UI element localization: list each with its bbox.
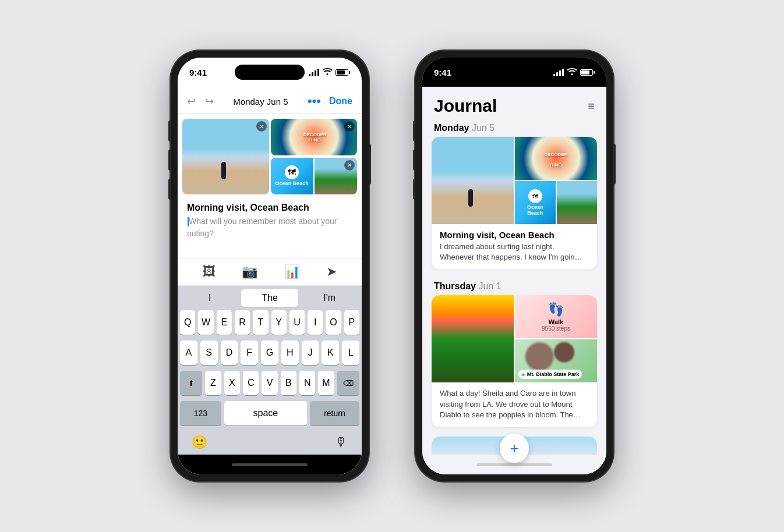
journal-menu-icon[interactable]: ≡ (588, 100, 595, 113)
phone-right-screen: 9:41 (422, 58, 606, 474)
key-m[interactable]: M (318, 371, 334, 395)
key-s[interactable]: S (200, 341, 218, 365)
phone-left: 9:41 (171, 51, 369, 481)
key-n[interactable]: N (299, 371, 315, 395)
key-e[interactable]: E (217, 310, 232, 335)
status-icons-right (553, 68, 595, 77)
time-left: 9:41 (189, 68, 207, 77)
journal-app-title: Journal (434, 96, 497, 116)
predictive-word-2[interactable]: The (241, 289, 299, 307)
redo-icon[interactable]: ↪ (205, 95, 214, 108)
editor-toolbar: ↩ ↪ Monday Jun 5 ••• Done (178, 87, 362, 114)
map-label: ● Mt. Diablo State Park (518, 370, 582, 379)
location-tile-list: 🗺 OceanBeach (515, 181, 556, 224)
dog-photo-list (557, 181, 598, 224)
entry-placeholder: What will you remember most about your o… (187, 215, 352, 240)
location-dog-tile: 🗺 OceanBeach (515, 181, 597, 224)
signal-bar-3 (315, 70, 316, 76)
signal-bar-r2 (556, 72, 558, 76)
key-numbers[interactable]: 123 (180, 401, 221, 425)
key-c[interactable]: C (243, 371, 259, 395)
key-space[interactable]: space (224, 401, 307, 425)
wifi-icon-left (323, 68, 332, 77)
key-v[interactable]: V (262, 371, 277, 395)
key-z[interactable]: Z (205, 371, 221, 395)
key-o[interactable]: O (326, 310, 341, 335)
predictive-word-3[interactable]: I'm (301, 289, 358, 307)
more-button[interactable]: ••• (308, 94, 321, 109)
remove-tile-photo[interactable]: ✕ (344, 160, 355, 171)
key-delete[interactable]: ⌫ (337, 371, 359, 395)
dictation-icon[interactable]: 🎙 (335, 435, 348, 450)
entry-text-jun5: Morning visit, Ocean Beach I dreamed abo… (432, 224, 597, 269)
key-row-3: ⬆ Z X C V B N M ⌫ (180, 371, 359, 395)
journal-list: Journal ≡ Monday Jun 5 (422, 87, 606, 474)
entry-card-jun5[interactable]: DECODERRING 🗺 OceanBeach (432, 137, 597, 269)
key-return[interactable]: return (310, 401, 359, 425)
camera-icon[interactable]: 📷 (242, 264, 257, 279)
key-w[interactable]: W (198, 310, 213, 335)
key-l[interactable]: L (342, 341, 359, 365)
key-y[interactable]: Y (271, 310, 287, 335)
add-entry-button[interactable]: + (500, 434, 529, 463)
dynamic-island (479, 63, 549, 82)
entry-title-jun5: Morning visit, Ocean Beach (440, 230, 589, 240)
entry-body-jun1: What a day! Sheila and Caro are in town … (440, 388, 589, 420)
signal-bar-r4 (562, 69, 564, 76)
media-attachments: ✕ DECODERRING ✕ 🗺 Ocean B (178, 114, 362, 197)
key-p[interactable]: P (344, 310, 359, 335)
signal-bar-1 (309, 74, 310, 76)
photo-library-icon[interactable]: 🖼 (203, 264, 216, 279)
key-i[interactable]: I (308, 310, 323, 335)
beach-photo: ✕ (182, 119, 269, 194)
key-u[interactable]: U (289, 310, 305, 335)
done-button[interactable]: Done (329, 96, 352, 107)
section-date-monday: Monday Jun 5 (422, 120, 606, 137)
key-g[interactable]: G (261, 341, 278, 365)
audio-icon[interactable]: 📊 (284, 264, 300, 279)
right-media-col: DECODERRING 🗺 OceanBeach (515, 137, 597, 224)
location-name: Ocean Beach (276, 180, 309, 186)
location-name-list: OceanBeach (527, 204, 543, 216)
signal-bars-left (309, 68, 319, 76)
key-a[interactable]: A (180, 341, 197, 365)
date-jun5: Jun 5 (472, 123, 495, 133)
map-tile: ● Mt. Diablo State Park (515, 339, 597, 382)
key-d[interactable]: D (221, 341, 238, 365)
battery-icon-left (336, 69, 350, 76)
key-k[interactable]: K (322, 341, 339, 365)
key-x[interactable]: X (224, 371, 240, 395)
home-bar-left (232, 463, 308, 466)
key-shift[interactable]: ⬆ (180, 371, 202, 395)
remove-beach-photo[interactable]: ✕ (256, 121, 267, 132)
date-jun1: Jun 1 (478, 281, 501, 291)
key-q[interactable]: Q (180, 310, 195, 335)
toolbar-left: ↩ ↪ (187, 95, 214, 108)
predictive-word-1[interactable]: I (181, 289, 239, 307)
editor-content[interactable]: Morning visit, Ocean Beach What will you… (178, 197, 362, 258)
send-icon[interactable]: ➤ (326, 264, 337, 279)
key-r[interactable]: R (235, 310, 250, 335)
walk-label: Walk (549, 318, 563, 325)
journal-editor: ↩ ↪ Monday Jun 5 ••• Done ✕ (178, 87, 362, 474)
section-date-thursday: Thursday Jun 1 (422, 279, 606, 295)
key-b[interactable]: B (281, 371, 296, 395)
undo-icon[interactable]: ↩ (187, 95, 196, 108)
right-media-col-jun1: 👣 Walk 9560 steps ● Mt. Diablo State Par… (515, 295, 597, 382)
keyboard-bottom-bar: 🙂 🎙 (180, 431, 359, 452)
shell-photo: 🗺 Ocean Beach ✕ (271, 158, 358, 194)
entry-card-jun1[interactable]: 👣 Walk 9560 steps ● Mt. Diablo State Par… (432, 295, 597, 427)
key-t[interactable]: T (253, 310, 268, 335)
remove-decoder-photo[interactable]: ✕ (344, 121, 355, 132)
key-j[interactable]: J (302, 341, 319, 365)
location-tile: 🗺 Ocean Beach (271, 158, 313, 194)
emoji-icon[interactable]: 🙂 (192, 435, 207, 450)
key-f[interactable]: F (241, 341, 258, 365)
key-row-bottom: 123 space return (180, 401, 359, 425)
entry-media-grid-jun5: DECODERRING 🗺 OceanBeach (432, 137, 597, 224)
status-bar-left: 9:41 (178, 58, 362, 87)
key-h[interactable]: H (281, 341, 299, 365)
walk-icon: 👣 (548, 302, 564, 317)
signal-bar-2 (312, 72, 313, 76)
entry-date: Monday Jun 5 (233, 97, 288, 107)
